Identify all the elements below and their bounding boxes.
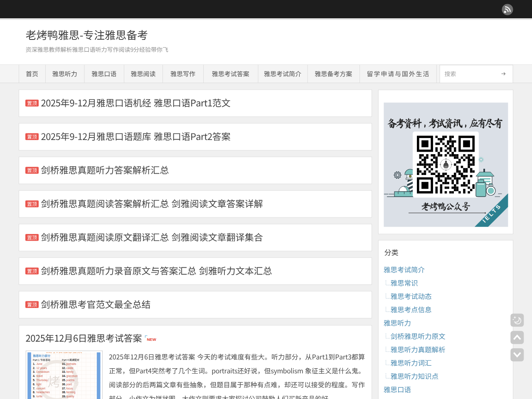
svg-text:4.: 4. [33,374,35,377]
svg-text:family: family [66,370,74,374]
svg-text:poems: poems [66,379,75,382]
svg-text:1.: 1. [33,362,35,365]
svg-text:39.: 39. [62,395,66,398]
svg-text:concert: concert [37,387,46,390]
svg-text:grandson: grandson [66,374,78,378]
svg-text:focus: focus [66,387,73,390]
svg-text:38.: 38. [62,391,66,394]
svg-text:31.: 31. [62,362,66,365]
svg-text:34.: 34. [62,374,66,377]
svg-text:light: light [37,383,42,386]
svg-text:32.: 32. [62,367,66,369]
svg-text:7.: 7. [33,387,35,390]
svg-text:June: June [37,362,43,365]
svg-text:33.: 33. [62,370,66,373]
svg-text:Donaldson: Donaldson [37,370,50,373]
svg-text:castle: castle [66,367,74,369]
svg-text:portraits: portraits [66,362,77,366]
svg-text:2.: 2. [33,367,35,369]
svg-text:turtle: turtle [37,395,43,398]
svg-text:8.: 8. [33,391,35,394]
svg-text:6.: 6. [33,383,35,386]
svg-text:35.: 35. [62,379,66,382]
svg-text:9.: 9. [33,395,35,398]
svg-text:headaches: headaches [37,391,50,394]
svg-text:quality: quality [66,395,75,398]
svg-text:poet: poet [66,383,72,386]
svg-text:Thursday: Thursday [37,379,48,382]
svg-text:12 years: 12 years [37,367,47,370]
svg-text:ticket: ticket [37,374,43,377]
svg-text:3.: 3. [33,370,35,373]
svg-text:5.: 5. [33,379,35,382]
svg-text:farming: farming [66,391,76,394]
svg-text:36.: 36. [62,383,66,386]
svg-text:NEW: NEW [147,337,156,342]
svg-text:37.: 37. [62,387,66,390]
